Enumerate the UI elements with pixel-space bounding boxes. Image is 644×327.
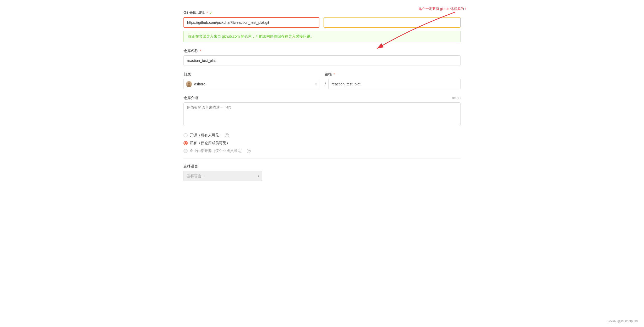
repo-name-label-text: 仓库名称 xyxy=(183,49,198,53)
git-url-input[interactable] xyxy=(183,17,319,28)
url-inputs-row xyxy=(183,17,461,28)
git-url-section: Git 仓库 URL * ✓ 你正在尝试导入来自 github.com 的仓库，… xyxy=(183,10,461,42)
git-url-second-input[interactable] xyxy=(324,17,461,28)
visibility-private-option[interactable]: 私有（仅仓库成员可见） xyxy=(183,141,461,145)
path-required-star: * xyxy=(334,72,335,77)
char-count: 0/100 xyxy=(452,96,461,100)
visibility-public-label: 开源（所有人可见） xyxy=(190,133,223,138)
path-label-text: 路径 xyxy=(325,72,332,77)
path-section: 路径 * / xyxy=(325,72,461,89)
language-select[interactable]: 选择语言... xyxy=(183,171,262,181)
language-select-wrapper: 选择语言... ▾ xyxy=(183,171,262,181)
path-group: / xyxy=(325,79,461,89)
git-url-required-star: * xyxy=(206,11,208,15)
language-section: 选择语言 选择语言... ▾ xyxy=(183,164,461,181)
visibility-enterprise-help-icon[interactable]: ? xyxy=(247,149,251,153)
visibility-private-radio[interactable] xyxy=(183,141,188,145)
github-notice-box: 你正在尝试导入来自 github.com 的仓库，可能因网络原因存在导入缓慢问题… xyxy=(183,31,461,42)
description-section: 仓库介绍 0/100 xyxy=(183,96,461,127)
visibility-section: 开源（所有人可见） ? 私有（仅仓库成员可见） 企业内部开源（仅企业成员可见） … xyxy=(183,133,461,153)
owner-select[interactable]: ashore xyxy=(183,79,319,89)
repo-name-label: 仓库名称 * xyxy=(183,49,461,53)
git-url-label: Git 仓库 URL * ✓ xyxy=(183,10,461,15)
description-header: 仓库介绍 0/100 xyxy=(183,96,461,100)
owner-path-row: 归属 ashore ▾ 路径 * xyxy=(183,72,461,89)
repo-name-input[interactable] xyxy=(183,55,461,66)
owner-label: 归属 xyxy=(183,72,319,77)
language-label: 选择语言 xyxy=(183,164,461,169)
repo-name-required-star: * xyxy=(200,49,201,53)
description-label: 仓库介绍 xyxy=(183,96,198,100)
visibility-enterprise-label: 企业内部开源（仅企业成员可见） xyxy=(190,149,245,153)
owner-section: 归属 ashore ▾ xyxy=(183,72,319,89)
owner-select-wrapper: ashore ▾ xyxy=(183,79,319,89)
repo-name-section: 仓库名称 * xyxy=(183,49,461,66)
path-label: 路径 * xyxy=(325,72,461,77)
divider xyxy=(183,159,461,159)
visibility-public-option[interactable]: 开源（所有人可见） ? xyxy=(183,133,461,138)
visibility-public-radio[interactable] xyxy=(183,133,188,137)
csdn-credit: CSDN @jeklchaipush xyxy=(607,319,638,323)
slash-divider: / xyxy=(325,81,326,87)
language-label-text: 选择语言 xyxy=(183,164,198,169)
owner-label-text: 归属 xyxy=(183,72,191,77)
git-url-check-icon: ✓ xyxy=(209,11,212,15)
git-url-label-text: Git 仓库 URL xyxy=(183,10,205,15)
visibility-enterprise-radio[interactable] xyxy=(183,149,188,153)
annotation-text: 这个一定要填 github 远程库的 HTTPS 地址 xyxy=(419,7,466,11)
visibility-public-help-icon[interactable]: ? xyxy=(225,133,229,137)
path-input[interactable] xyxy=(328,79,461,89)
notice-text: 你正在尝试导入来自 github.com 的仓库，可能因网络原因存在导入缓慢问题… xyxy=(188,34,314,38)
csdn-credit-text: CSDN @jeklchaipush xyxy=(607,319,638,323)
visibility-private-label: 私有（仅仓库成员可见） xyxy=(190,141,230,145)
visibility-enterprise-option[interactable]: 企业内部开源（仅企业成员可见） ? xyxy=(183,149,461,153)
description-textarea[interactable] xyxy=(183,102,461,126)
